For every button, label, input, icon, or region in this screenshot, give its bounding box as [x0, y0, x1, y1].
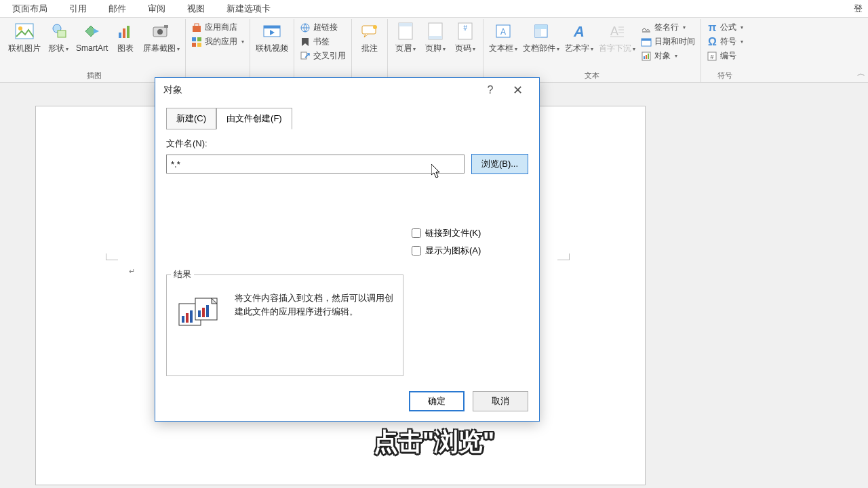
- tab-review[interactable]: 审阅: [137, 0, 176, 17]
- shapes-label: 形状▾: [48, 43, 68, 53]
- svg-text:#: #: [711, 54, 714, 60]
- icon-checkbox-input[interactable]: [412, 246, 421, 256]
- object-dialog: 对象 ? ✕ 新建(C) 由文件创建(F) 文件名(N): 浏览(B)... 链…: [155, 77, 540, 422]
- tab-references[interactable]: 引用: [58, 0, 98, 17]
- dropcap-button[interactable]: A 首字下沉▾: [596, 19, 638, 54]
- object-button[interactable]: 对象▾: [641, 49, 695, 63]
- quick-parts-button[interactable]: 文档部件▾: [520, 19, 562, 54]
- header-icon: [395, 20, 416, 42]
- comment-label: 批注: [361, 43, 378, 53]
- date-time-button[interactable]: 日期和时间: [641, 35, 695, 49]
- group-comments: 批注: [352, 19, 388, 82]
- comment-button[interactable]: 批注: [355, 19, 384, 54]
- svg-rect-47: [644, 56, 645, 59]
- object-icon: [641, 51, 652, 62]
- app-store-button[interactable]: 应用商店: [191, 20, 244, 35]
- tab-create-from-file[interactable]: 由文件创建(F): [216, 108, 292, 129]
- dialog-titlebar[interactable]: 对象 ? ✕: [155, 78, 539, 102]
- online-video-button[interactable]: 联机视频: [253, 19, 291, 54]
- svg-text:A: A: [610, 24, 618, 38]
- filename-input[interactable]: [166, 155, 465, 174]
- footer-button[interactable]: 页脚▾: [420, 19, 450, 54]
- svg-rect-17: [197, 43, 201, 47]
- smartart-label: SmartArt: [76, 43, 108, 53]
- screenshot-label: 屏幕截图▾: [143, 43, 180, 53]
- pagenum-label: 页码▾: [455, 43, 475, 53]
- tab-view[interactable]: 视图: [176, 0, 216, 17]
- group-links: 超链接 书签 交叉引用: [294, 19, 352, 82]
- pagenum-icon: #: [454, 20, 476, 42]
- equation-button[interactable]: π公式▾: [707, 20, 743, 35]
- link-checkbox-label: 链接到文件(K): [425, 227, 481, 239]
- chart-label: 图表: [117, 43, 134, 53]
- object-label: 对象: [654, 50, 671, 62]
- tab-new[interactable]: 新建选项卡: [216, 0, 281, 17]
- symbol-button[interactable]: Ω符号▾: [707, 35, 743, 49]
- parts-icon: [530, 20, 552, 42]
- svg-rect-11: [164, 25, 168, 28]
- tab-page-layout[interactable]: 页面布局: [1, 0, 58, 17]
- online-video-label: 联机视频: [256, 43, 288, 53]
- bookmark-button[interactable]: 书签: [300, 35, 346, 49]
- svg-rect-15: [197, 37, 201, 41]
- online-pictures-button[interactable]: 联机图片: [5, 19, 43, 54]
- dialog-close-button[interactable]: ✕: [504, 79, 531, 101]
- dialog-body: 新建(C) 由文件创建(F) 文件名(N): 浏览(B)... 链接到文件(K)…: [155, 102, 539, 384]
- svg-rect-16: [192, 43, 196, 47]
- svg-rect-49: [648, 54, 649, 59]
- symbol-label: 符号: [720, 36, 736, 47]
- ok-button[interactable]: 确定: [409, 391, 465, 411]
- result-legend: 结果: [171, 268, 194, 281]
- cancel-button[interactable]: 取消: [473, 391, 528, 411]
- wordart-button[interactable]: A 艺术字▾: [562, 19, 596, 54]
- datetime-icon: [641, 37, 652, 47]
- shapes-button[interactable]: 形状▾: [43, 19, 73, 54]
- bookmark-icon: [300, 37, 311, 47]
- dropcap-label: 首字下沉▾: [599, 43, 635, 53]
- picture-icon: [14, 20, 35, 42]
- apps-icon: [191, 37, 202, 47]
- tab-mailings[interactable]: 邮件: [98, 0, 137, 17]
- dialog-tabs: 新建(C) 由文件创建(F): [166, 108, 528, 129]
- textbox-icon: A: [492, 20, 514, 42]
- screenshot-button[interactable]: 屏幕截图▾: [140, 19, 182, 54]
- svg-rect-6: [119, 33, 121, 38]
- video-icon: [261, 20, 283, 42]
- display-as-icon-checkbox[interactable]: 显示为图标(A): [412, 245, 528, 257]
- textbox-label: 文本框▾: [489, 43, 517, 53]
- svg-point-25: [373, 25, 377, 29]
- number-button[interactable]: #编号: [707, 49, 743, 63]
- hyperlink-button[interactable]: 超链接: [300, 20, 346, 35]
- datetime-label: 日期和时间: [654, 36, 695, 47]
- svg-rect-23: [301, 52, 307, 59]
- crossref-label: 交叉引用: [313, 50, 346, 62]
- instruction-caption: 点击"浏览": [374, 426, 494, 459]
- link-checkbox-input[interactable]: [412, 228, 421, 238]
- crossref-icon: [300, 51, 311, 62]
- store-icon: [191, 22, 202, 33]
- result-icon: [176, 296, 222, 332]
- group-header-footer: 页眉▾ 页脚▾ # 页码▾: [388, 19, 484, 82]
- tab-create-new[interactable]: 新建(C): [166, 108, 216, 129]
- page-number-button[interactable]: # 页码▾: [450, 19, 480, 54]
- textbox-button[interactable]: A 文本框▾: [486, 19, 520, 54]
- margin-mark: [106, 253, 118, 260]
- header-button[interactable]: 页眉▾: [391, 19, 420, 54]
- collapse-ribbon-icon[interactable]: ︿: [857, 68, 865, 79]
- svg-rect-0: [16, 24, 33, 39]
- signature-line-button[interactable]: 签名行▾: [641, 20, 695, 35]
- browse-button[interactable]: 浏览(B)...: [471, 154, 528, 174]
- hyperlink-icon: [300, 22, 311, 33]
- smartart-button[interactable]: SmartArt: [73, 19, 111, 54]
- login-link[interactable]: 登: [848, 0, 868, 17]
- cross-reference-button[interactable]: 交叉引用: [300, 49, 346, 63]
- my-apps-label: 我的应用: [205, 36, 237, 47]
- group-media: 联机视频: [250, 19, 294, 82]
- equation-icon: π: [707, 22, 717, 33]
- link-to-file-checkbox[interactable]: 链接到文件(K): [412, 227, 528, 239]
- dialog-help-button[interactable]: ?: [477, 79, 504, 101]
- chart-button[interactable]: 图表: [111, 19, 140, 54]
- shapes-icon: [47, 20, 69, 42]
- svg-rect-58: [202, 308, 205, 317]
- my-apps-button[interactable]: 我的应用▾: [191, 35, 244, 49]
